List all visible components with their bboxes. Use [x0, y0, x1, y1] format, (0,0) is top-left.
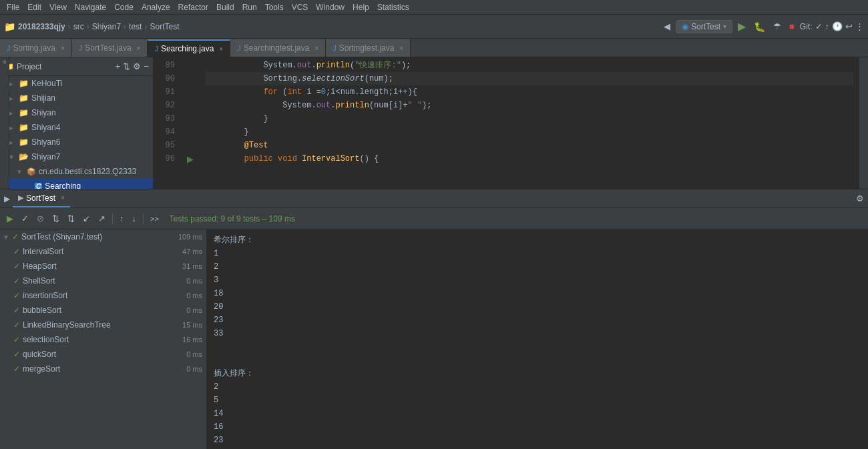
bottom-tab-close[interactable]: × — [61, 194, 65, 201]
git-clock[interactable]: 🕐 — [832, 21, 843, 31]
tree-item-shiyan[interactable]: ▶ 📁 Shiyan — [0, 105, 153, 120]
run-icon: ▶ — [4, 194, 10, 203]
git-area: Git: ✓ ↑ 🕐 ↩ ⋮ — [800, 21, 864, 31]
test-time: 0 ms — [186, 350, 206, 358]
back-button[interactable]: ◀ — [661, 20, 673, 33]
folder-icon-open: 📂 — [19, 152, 29, 161]
close-icon[interactable]: × — [219, 45, 223, 53]
test-node-insertionsort[interactable]: ✓ insertionSort 0 ms — [0, 288, 206, 303]
test-label: insertionSort — [23, 291, 67, 300]
git-label: Git: — [800, 22, 813, 31]
menu-file[interactable]: File — [3, 3, 23, 12]
menu-vcs[interactable]: VCS — [288, 3, 312, 12]
sidebar-scroll-btn[interactable]: ⇅ — [123, 61, 130, 71]
bottom-tab-bar: ▶ ▶ SortTest × ⚙ — [0, 189, 868, 208]
test-label: selectionSort — [23, 335, 69, 344]
java-icon: J — [7, 44, 11, 52]
rerun-failed-button[interactable]: ✓ — [19, 212, 31, 225]
test-node-linkedbinary[interactable]: ✓ LinkedBinarySearchTree 15 ms — [0, 318, 206, 332]
tree-label: cn.edu.besti.cs1823.Q2333 — [39, 167, 136, 176]
test-output: 希尔排序： 1 2 3 18 20 23 33 插入排序： 2 5 14 16 … — [207, 230, 868, 449]
test-node-quicksort[interactable]: ✓ quickSort 0 ms — [0, 347, 206, 362]
structure-icon[interactable]: ≡ — [1, 60, 8, 64]
code-line-95: @Test — [206, 139, 853, 152]
menu-navigate[interactable]: Navigate — [71, 3, 110, 12]
test-node-mergesort[interactable]: ✓ mergeSort 0 ms — [0, 362, 206, 376]
output-line — [214, 354, 861, 367]
bottom-settings-icon[interactable]: ⚙ — [856, 193, 864, 203]
test-time: 16 ms — [182, 336, 206, 344]
tab-searchingtest-java[interactable]: J Searchingtest.java × — [230, 39, 326, 57]
java-icon: J — [154, 45, 158, 53]
tree-item-shiyan4[interactable]: ▶ 📁 Shiyan4 — [0, 120, 153, 135]
test-node-heapsort[interactable]: ✓ HeapSort 31 ms — [0, 259, 206, 274]
collapse-button[interactable]: ↙ — [80, 212, 93, 225]
code-line-93: } — [206, 112, 853, 125]
menu-statistics[interactable]: Statistics — [373, 3, 413, 12]
close-icon[interactable]: × — [61, 45, 65, 52]
toolbar: 📁 20182333qjy › src › Shiyan7 › test › S… — [0, 15, 868, 39]
close-icon[interactable]: × — [137, 45, 141, 52]
git-revert[interactable]: ↩ — [845, 21, 853, 31]
output-line: 插入排序： — [214, 367, 861, 380]
tab-sorttest-java[interactable]: J SortTest.java × — [72, 39, 148, 57]
debug-button[interactable]: 🐛 — [751, 20, 768, 33]
menu-code[interactable]: Code — [110, 3, 138, 12]
tree-item-shiyan7[interactable]: ▼ 📂 Shiyan7 — [0, 149, 153, 164]
test-time: 0 ms — [186, 365, 206, 373]
menu-help[interactable]: Help — [349, 3, 373, 12]
menu-refactor[interactable]: Refactor — [174, 3, 212, 12]
pass-icon: ✓ — [13, 350, 20, 359]
tree-item-kehouti[interactable]: ▶ 📁 KeHouTi — [0, 76, 153, 91]
stop-button[interactable]: ■ — [787, 20, 797, 33]
close-icon[interactable]: × — [399, 45, 403, 52]
next-fail-button[interactable]: ↓ — [130, 212, 140, 225]
sidebar-add-btn[interactable]: + — [116, 61, 121, 71]
menu-edit[interactable]: Edit — [23, 3, 45, 12]
menu-analyze[interactable]: Analyze — [138, 3, 174, 12]
sidebar-minimize-btn[interactable]: − — [144, 61, 149, 71]
git-update[interactable]: ↑ — [825, 21, 830, 31]
test-node-selectionsort[interactable]: ✓ selectionSort 16 ms — [0, 332, 206, 347]
tree-label: KeHouTi — [31, 79, 62, 88]
bottom-tab-sorttest[interactable]: ▶ SortTest × — [13, 190, 70, 207]
sort-duration-button[interactable]: ⇅ — [65, 212, 77, 225]
output-line: 20 — [214, 300, 861, 314]
tree-item-shiyan6[interactable]: ▶ 📁 Shiyan6 — [0, 135, 153, 149]
tree-item-package[interactable]: ▼ 📦 cn.edu.besti.cs1823.Q2333 — [0, 164, 153, 179]
breadcrumb-sep4: › — [144, 22, 147, 31]
tab-label: SortTest.java — [85, 43, 131, 53]
expand-button[interactable]: ↗ — [95, 212, 108, 225]
menu-run[interactable]: Run — [238, 3, 261, 12]
prev-fail-button[interactable]: ↑ — [117, 212, 127, 225]
git-more[interactable]: ⋮ — [855, 21, 864, 31]
test-label: ShellSort — [23, 276, 55, 286]
sort-alpha-button[interactable]: ⇅ — [49, 212, 62, 225]
expand-all-button[interactable]: >> — [148, 213, 162, 224]
run-gutter-icon[interactable]: ▶ — [187, 154, 194, 164]
pass-icon: ✓ — [13, 291, 20, 300]
sidebar-settings-btn[interactable]: ⚙ — [133, 61, 141, 71]
tab-sorting-java[interactable]: J Sorting.java × — [0, 39, 72, 57]
sidebar-title: Project — [17, 62, 113, 71]
coverage-button[interactable]: ☂ — [771, 20, 784, 33]
tree-item-shijian[interactable]: ▶ 📁 Shijian — [0, 91, 153, 105]
pass-icon: ✓ — [13, 320, 20, 330]
git-check[interactable]: ✓ — [815, 21, 823, 31]
menu-build[interactable]: Build — [212, 3, 238, 12]
run-button[interactable]: ▶ — [735, 19, 748, 34]
stop-test-button[interactable]: ⊘ — [34, 212, 47, 225]
test-node-intervalsort[interactable]: ✓ IntervalSort 47 ms — [0, 244, 206, 259]
menu-window[interactable]: Window — [312, 3, 349, 12]
run-config: ◉ SortTest ▾ — [676, 20, 732, 33]
test-node-shellsort[interactable]: ✓ ShellSort 0 ms — [0, 274, 206, 288]
menu-view[interactable]: View — [45, 3, 71, 12]
menu-tools[interactable]: Tools — [261, 3, 288, 12]
tab-sortingtest-java[interactable]: J Sortingtest.java × — [326, 39, 411, 57]
rerun-button[interactable]: ▶ — [4, 212, 16, 225]
tab-searching-java[interactable]: J Searching.java × — [148, 39, 230, 57]
test-node-sorttest[interactable]: ▼ ✓ SortTest (Shiyan7.test) 109 ms — [0, 230, 206, 244]
close-icon[interactable]: × — [314, 45, 318, 52]
output-line: 1 — [214, 247, 861, 260]
test-node-bubblesort[interactable]: ✓ bubbleSort 0 ms — [0, 303, 206, 318]
